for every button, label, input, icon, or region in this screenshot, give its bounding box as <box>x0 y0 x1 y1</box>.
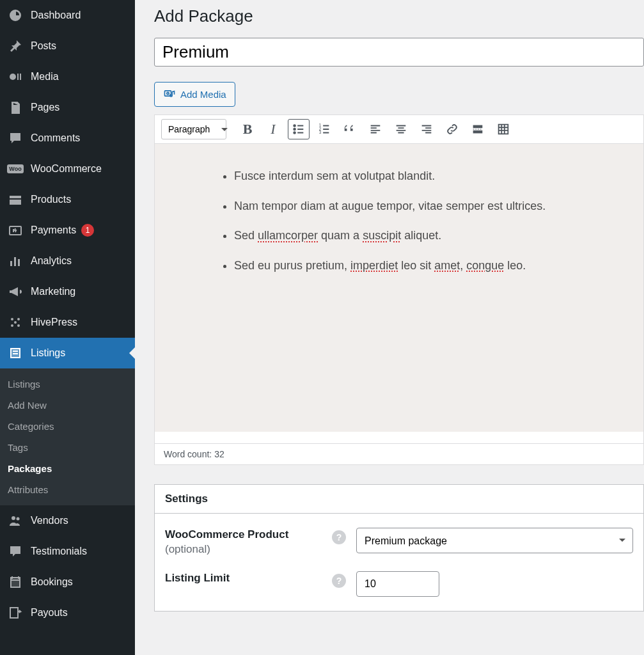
sidebar-item-label: Media <box>31 71 59 83</box>
read-more-button[interactable] <box>467 119 489 139</box>
dashboard-icon <box>8 8 23 23</box>
svg-point-3 <box>17 318 20 320</box>
svg-point-11 <box>167 92 169 94</box>
media-icon <box>8 69 23 84</box>
calendar-icon <box>8 574 23 590</box>
add-media-label: Add Media <box>180 89 226 100</box>
sidebar-item-label: Testimonials <box>31 546 87 557</box>
submenu-item-categories[interactable]: Categories <box>0 416 135 437</box>
megaphone-icon <box>8 284 23 299</box>
svg-rect-19 <box>473 130 483 134</box>
vendors-icon <box>8 513 23 528</box>
submenu-item-add-new[interactable]: Add New <box>0 395 135 416</box>
analytics-icon <box>8 253 23 269</box>
list-item: Nam tempor diam at augue tempor, vitae s… <box>234 196 605 216</box>
settings-header: Settings <box>155 485 643 514</box>
svg-point-6 <box>14 321 17 324</box>
svg-point-7 <box>12 516 15 520</box>
sidebar-item-label: Analytics <box>31 255 72 267</box>
sidebar-item-label: Posts <box>31 40 56 52</box>
submenu-item-tags[interactable]: Tags <box>0 437 135 458</box>
numbered-list-button[interactable]: 123 <box>313 119 335 139</box>
main-content: Add Package Add Media Paragraph B I 123 <box>135 0 644 655</box>
svg-point-8 <box>17 517 20 521</box>
svg-point-13 <box>294 129 295 130</box>
sidebar-submenu: Listings Add New Categories Tags Package… <box>0 368 135 505</box>
menu-badge: 1 <box>81 224 94 237</box>
content-editor: Paragraph B I 123 <box>154 114 644 465</box>
payments-icon <box>8 223 23 238</box>
sidebar-item-pages[interactable]: Pages <box>0 92 135 123</box>
sidebar-item-label: Marketing <box>31 286 75 297</box>
align-left-button[interactable] <box>365 119 386 139</box>
svg-point-4 <box>11 324 13 327</box>
svg-rect-18 <box>473 125 483 129</box>
sidebar-item-posts[interactable]: Posts <box>0 31 135 61</box>
sidebar-item-comments[interactable]: Comments <box>0 123 135 154</box>
pin-icon <box>8 38 23 54</box>
camera-music-icon <box>163 87 176 102</box>
svg-point-2 <box>11 318 13 320</box>
word-count-value: 32 <box>214 449 224 459</box>
link-button[interactable] <box>441 119 463 139</box>
sidebar-item-label: Payouts <box>31 607 68 619</box>
help-icon[interactable]: ? <box>332 574 346 588</box>
format-select[interactable]: Paragraph <box>161 119 226 139</box>
editor-toolbar: Paragraph B I 123 <box>155 115 643 144</box>
sidebar-item-label: Payments <box>31 225 76 236</box>
sidebar-item-label: Dashboard <box>31 10 81 21</box>
submenu-item-packages[interactable]: Packages <box>0 458 135 479</box>
add-media-button[interactable]: Add Media <box>154 82 235 107</box>
svg-point-14 <box>294 132 295 134</box>
sidebar-item-analytics[interactable]: Analytics <box>0 246 135 276</box>
list-item: Fusce interdum sem at volutpat blandit. <box>234 166 605 186</box>
sidebar-item-label: Pages <box>31 102 59 113</box>
list-item: Sed eu purus pretium, imperdiet leo sit … <box>234 256 605 276</box>
sidebar-item-payouts[interactable]: Payouts <box>0 597 135 628</box>
wc-product-select[interactable]: Premium package <box>356 528 633 553</box>
editor-body[interactable]: Fusce interdum sem at volutpat blandit.N… <box>155 144 643 432</box>
bullet-list-button[interactable] <box>288 119 310 139</box>
align-center-button[interactable] <box>390 119 412 139</box>
products-icon <box>8 192 23 207</box>
sidebar-item-marketing[interactable]: Marketing <box>0 276 135 307</box>
sidebar-item-listings[interactable]: Listings <box>0 338 135 368</box>
comments-icon <box>8 130 23 146</box>
align-right-button[interactable] <box>416 119 437 139</box>
sidebar-item-bookings[interactable]: Bookings <box>0 567 135 597</box>
svg-point-0 <box>10 74 16 80</box>
svg-point-5 <box>17 324 20 327</box>
sidebar-item-media[interactable]: Media <box>0 61 135 92</box>
settings-label-listing-limit: Listing Limit <box>165 571 322 586</box>
blockquote-button[interactable] <box>339 119 361 139</box>
sidebar-item-payments[interactable]: Payments 1 <box>0 215 135 246</box>
sidebar-item-label: WooCommerce <box>31 163 102 175</box>
submenu-item-attributes[interactable]: Attributes <box>0 479 135 500</box>
listings-icon <box>8 345 23 361</box>
woo-icon: Woo <box>8 161 23 177</box>
listing-limit-input[interactable] <box>356 571 439 597</box>
sidebar-item-testimonials[interactable]: Testimonials <box>0 536 135 567</box>
sidebar-item-label: Vendors <box>31 515 68 526</box>
settings-panel: Settings WooCommerce Product (optional) … <box>154 484 644 612</box>
submenu-item-listings[interactable]: Listings <box>0 374 135 395</box>
sidebar-item-woocommerce[interactable]: Woo WooCommerce <box>0 154 135 184</box>
sidebar-item-products[interactable]: Products <box>0 184 135 215</box>
sidebar-item-vendors[interactable]: Vendors <box>0 505 135 536</box>
testimonials-icon <box>8 544 23 559</box>
package-title-input[interactable] <box>154 38 644 67</box>
sidebar-item-label: Bookings <box>31 576 73 588</box>
sidebar-item-hivepress[interactable]: HivePress <box>0 307 135 338</box>
settings-label-wc-product: WooCommerce Product (optional) <box>165 528 322 557</box>
svg-point-12 <box>294 125 295 127</box>
sidebar-item-dashboard[interactable]: Dashboard <box>0 0 135 31</box>
italic-button[interactable]: I <box>262 119 284 139</box>
settings-row-wc-product: WooCommerce Product (optional) ? Premium… <box>155 514 643 557</box>
list-item: Sed ullamcorper quam a suscipit aliquet. <box>234 226 605 246</box>
sidebar-item-label: Listings <box>31 347 65 359</box>
settings-row-listing-limit: Listing Limit ? <box>155 557 643 611</box>
help-icon[interactable]: ? <box>332 530 346 544</box>
sidebar-item-label: Comments <box>31 132 80 144</box>
bold-button[interactable]: B <box>237 119 258 139</box>
toolbar-toggle-button[interactable] <box>492 119 514 139</box>
